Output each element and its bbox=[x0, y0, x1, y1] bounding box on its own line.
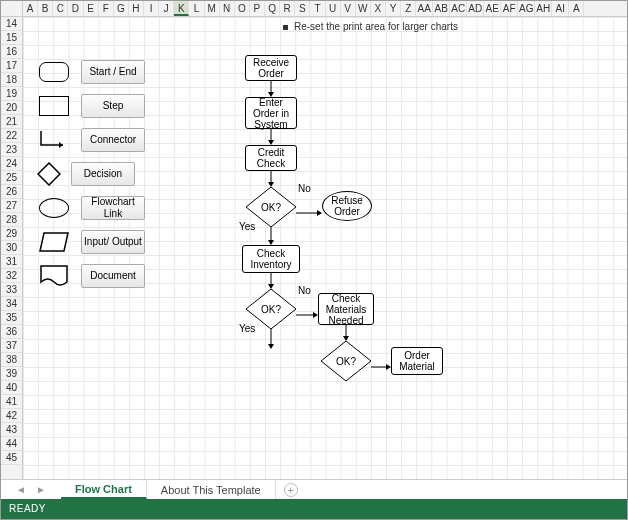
col-header-AB[interactable]: AB bbox=[433, 1, 450, 16]
legend-btn-link[interactable]: Flowchart Link bbox=[81, 196, 145, 220]
col-header-F[interactable]: F bbox=[99, 1, 114, 16]
col-header-W[interactable]: W bbox=[356, 1, 371, 16]
decision-2-label: OK? bbox=[246, 304, 296, 315]
tab-about[interactable]: About This Template bbox=[147, 480, 276, 499]
col-header-AA[interactable]: AA bbox=[416, 1, 433, 16]
row-header-15[interactable]: 15 bbox=[1, 31, 22, 45]
row-header-14[interactable]: 14 bbox=[1, 17, 22, 31]
arrow-refuse bbox=[296, 205, 322, 209]
row-header-30[interactable]: 30 bbox=[1, 241, 22, 255]
col-header-X[interactable]: X bbox=[371, 1, 386, 16]
row-header-23[interactable]: 23 bbox=[1, 143, 22, 157]
col-header-O[interactable]: O bbox=[235, 1, 250, 16]
row-header-34[interactable]: 34 bbox=[1, 297, 22, 311]
row-header-24[interactable]: 24 bbox=[1, 157, 22, 171]
row-header-45[interactable]: 45 bbox=[1, 451, 22, 465]
row-header-35[interactable]: 35 bbox=[1, 311, 22, 325]
col-header-AF[interactable]: AF bbox=[501, 1, 518, 16]
row-header-26[interactable]: 26 bbox=[1, 185, 22, 199]
row-header-42[interactable]: 42 bbox=[1, 409, 22, 423]
col-header-V[interactable]: V bbox=[341, 1, 356, 16]
legend-btn-document[interactable]: Document bbox=[81, 264, 145, 288]
col-header-U[interactable]: U bbox=[326, 1, 341, 16]
col-header-J[interactable]: J bbox=[159, 1, 174, 16]
col-header-Q[interactable]: Q bbox=[265, 1, 280, 16]
col-header-C[interactable]: C bbox=[53, 1, 68, 16]
col-header-AI[interactable]: AI bbox=[552, 1, 569, 16]
arrow-6 bbox=[269, 329, 273, 349]
note-text: Re-set the print area for larger charts bbox=[283, 21, 458, 32]
node-receive-order[interactable]: Receive Order bbox=[245, 55, 297, 81]
row-header-17[interactable]: 17 bbox=[1, 59, 22, 73]
node-enter-order[interactable]: Enter Order in System bbox=[245, 97, 297, 129]
label-yes-1: Yes bbox=[239, 221, 255, 232]
col-header-A[interactable]: A bbox=[23, 1, 38, 16]
col-header-AC[interactable]: AC bbox=[450, 1, 467, 16]
row-header-43[interactable]: 43 bbox=[1, 423, 22, 437]
tab-nav: ◄ ► bbox=[1, 480, 61, 499]
row-header-36[interactable]: 36 bbox=[1, 325, 22, 339]
row-header-44[interactable]: 44 bbox=[1, 437, 22, 451]
node-refuse-order[interactable]: Refuse Order bbox=[322, 191, 372, 221]
row-header-16[interactable]: 16 bbox=[1, 45, 22, 59]
col-header-AH[interactable]: AH bbox=[535, 1, 552, 16]
row-header-20[interactable]: 20 bbox=[1, 101, 22, 115]
col-header-D[interactable]: D bbox=[68, 1, 83, 16]
legend-btn-decision[interactable]: Decision bbox=[71, 162, 135, 186]
row-header-22[interactable]: 22 bbox=[1, 129, 22, 143]
col-header-N[interactable]: N bbox=[220, 1, 235, 16]
col-header-M[interactable]: M bbox=[205, 1, 220, 16]
col-header-AG[interactable]: AG bbox=[518, 1, 535, 16]
tab-prev-icon[interactable]: ◄ bbox=[16, 484, 26, 495]
row-header-19[interactable]: 19 bbox=[1, 87, 22, 101]
node-decision-3[interactable]: OK? bbox=[321, 341, 371, 381]
tab-flow-chart[interactable]: Flow Chart bbox=[61, 480, 147, 499]
tab-next-icon[interactable]: ► bbox=[36, 484, 46, 495]
col-header-AE[interactable]: AE bbox=[484, 1, 501, 16]
arrow-materials bbox=[296, 307, 318, 311]
col-header-AD[interactable]: AD bbox=[467, 1, 484, 16]
row-header-32[interactable]: 32 bbox=[1, 269, 22, 283]
col-header-R[interactable]: R bbox=[280, 1, 295, 16]
col-header-B[interactable]: B bbox=[38, 1, 53, 16]
row-header-37[interactable]: 37 bbox=[1, 339, 22, 353]
row-header-25[interactable]: 25 bbox=[1, 171, 22, 185]
col-header-T[interactable]: T bbox=[310, 1, 325, 16]
col-header-S[interactable]: S bbox=[295, 1, 310, 16]
worksheet-grid[interactable]: Re-set the print area for larger charts … bbox=[23, 17, 627, 479]
node-check-inventory[interactable]: Check Inventory bbox=[242, 245, 300, 273]
col-header-G[interactable]: G bbox=[114, 1, 129, 16]
row-header-38[interactable]: 38 bbox=[1, 353, 22, 367]
row-header-33[interactable]: 33 bbox=[1, 283, 22, 297]
legend-btn-connector[interactable]: Connector bbox=[81, 128, 145, 152]
row-header-40[interactable]: 40 bbox=[1, 381, 22, 395]
row-header-39[interactable]: 39 bbox=[1, 367, 22, 381]
row-header-29[interactable]: 29 bbox=[1, 227, 22, 241]
col-header-E[interactable]: E bbox=[84, 1, 99, 16]
col-header-I[interactable]: I bbox=[144, 1, 159, 16]
row-header-27[interactable]: 27 bbox=[1, 199, 22, 213]
tab-new-sheet[interactable]: + bbox=[276, 480, 306, 499]
spreadsheet-app: ABCDEFGHIJKLMNOPQRSTUVWXYZAAABACADAEAFAG… bbox=[0, 0, 628, 520]
col-header-A[interactable]: A bbox=[569, 1, 584, 16]
row-header-28[interactable]: 28 bbox=[1, 213, 22, 227]
node-order-material[interactable]: Order Material bbox=[391, 347, 443, 375]
node-credit-check[interactable]: Credit Check bbox=[245, 145, 297, 171]
legend-btn-start-end[interactable]: Start / End bbox=[81, 60, 145, 84]
col-header-L[interactable]: L bbox=[189, 1, 204, 16]
node-check-materials[interactable]: Check Materials Needed bbox=[318, 293, 374, 325]
col-header-P[interactable]: P bbox=[250, 1, 265, 16]
legend-shape-step bbox=[37, 95, 71, 117]
select-all-corner[interactable] bbox=[1, 1, 23, 17]
row-header-31[interactable]: 31 bbox=[1, 255, 22, 269]
row-header-18[interactable]: 18 bbox=[1, 73, 22, 87]
row-header-41[interactable]: 41 bbox=[1, 395, 22, 409]
col-header-Z[interactable]: Z bbox=[401, 1, 416, 16]
legend-btn-step[interactable]: Step bbox=[81, 94, 145, 118]
legend-btn-io[interactable]: Input/ Output bbox=[81, 230, 145, 254]
col-header-K[interactable]: K bbox=[174, 1, 189, 16]
row-header-21[interactable]: 21 bbox=[1, 115, 22, 129]
col-header-Y[interactable]: Y bbox=[386, 1, 401, 16]
col-header-H[interactable]: H bbox=[129, 1, 144, 16]
arrow-4 bbox=[269, 227, 273, 245]
